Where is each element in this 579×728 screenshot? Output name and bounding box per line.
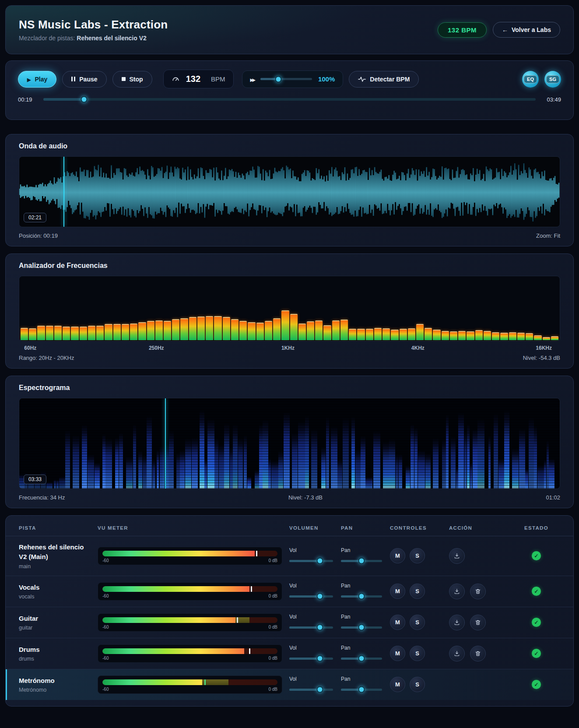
solo-button[interactable]: S	[410, 615, 425, 630]
volume-slider-fill	[289, 658, 320, 660]
pan-slider-thumb[interactable]	[358, 686, 365, 693]
vu-meter: -60 0 dB	[98, 547, 282, 565]
track-controls: M S	[390, 615, 449, 630]
volume-slider[interactable]	[289, 655, 333, 662]
pan-label: Pan	[341, 614, 382, 620]
eq-bar	[307, 321, 314, 340]
volume-slider-track[interactable]	[289, 689, 333, 691]
eq-bar	[298, 324, 306, 340]
pan-slider-track[interactable]	[341, 626, 382, 629]
speed-slider-thumb[interactable]	[275, 76, 282, 82]
pan-slider-track[interactable]	[341, 560, 382, 562]
pan-slider-thumb[interactable]	[358, 558, 365, 564]
trash-button[interactable]	[470, 646, 486, 661]
pan-slider-thumb[interactable]	[358, 624, 365, 631]
spectrogram-playhead[interactable]	[165, 398, 166, 489]
vu-min-label: -60	[102, 656, 109, 661]
detect-bpm-button[interactable]: Detectar BPM	[349, 71, 419, 88]
volume-control: Vol	[289, 583, 341, 600]
pan-slider-thumb[interactable]	[358, 593, 365, 600]
volume-slider-track[interactable]	[289, 560, 333, 562]
eq-bar	[256, 323, 264, 340]
volume-slider-track[interactable]	[289, 626, 333, 629]
eq-bar	[534, 335, 541, 340]
volume-slider-track[interactable]	[289, 595, 333, 598]
pan-slider[interactable]	[341, 593, 382, 600]
volume-slider-thumb[interactable]	[317, 624, 323, 631]
solo-button[interactable]: S	[410, 646, 425, 661]
app-header: NS Music Labs - Extraction Mezclador de …	[5, 5, 574, 54]
spectrogram-plot[interactable]: 03:33	[19, 398, 560, 489]
volume-slider-thumb[interactable]	[317, 686, 323, 693]
mute-button[interactable]: M	[390, 677, 405, 692]
back-to-labs-button[interactable]: Volver a Labs	[493, 22, 560, 38]
eq-bar	[88, 326, 95, 340]
volume-slider-fill	[289, 689, 320, 691]
speed-slider-track[interactable]	[260, 78, 312, 80]
stop-button[interactable]: Stop	[112, 71, 152, 88]
pan-slider-track[interactable]	[341, 658, 382, 660]
check-icon	[532, 649, 541, 658]
download-button[interactable]	[449, 584, 465, 599]
volume-slider[interactable]	[289, 557, 333, 564]
solo-button[interactable]: S	[410, 677, 425, 692]
vu-meter-scale: -60 0 dB	[102, 687, 277, 692]
eq-label: EQ	[524, 75, 537, 83]
solo-button[interactable]: S	[410, 548, 425, 563]
volume-slider[interactable]	[289, 686, 333, 693]
eq-bar	[526, 333, 533, 340]
pan-slider[interactable]	[341, 624, 382, 631]
column-header-pan: PAN	[341, 525, 390, 531]
volume-slider-thumb[interactable]	[317, 558, 323, 564]
pan-slider[interactable]	[341, 686, 382, 693]
volume-slider-thumb[interactable]	[317, 593, 323, 600]
eq-bar	[29, 328, 36, 340]
vu-meter-bar	[102, 586, 277, 592]
eq-bar	[315, 320, 323, 340]
waveform-plot[interactable]: 02:21	[19, 156, 560, 227]
freq-tick-label: 16KHz	[536, 345, 552, 351]
eq-bar	[21, 328, 28, 340]
volume-slider[interactable]	[289, 593, 333, 600]
trash-button[interactable]	[470, 584, 486, 599]
pan-slider-thumb[interactable]	[358, 655, 365, 662]
mute-button[interactable]: M	[390, 548, 405, 563]
eq-bar	[366, 329, 373, 340]
pan-slider-track[interactable]	[341, 689, 382, 691]
mixer-rows: Rehenes del silencio V2 (Main) main -60 …	[6, 536, 573, 700]
pan-slider-track[interactable]	[341, 595, 382, 598]
sg-button[interactable]: SG	[544, 71, 561, 88]
eq-sg-group: EQ SG	[522, 71, 561, 88]
mixer-panel: PISTAVU METERVOLUMENPANCONTROLESACCIÓNES…	[5, 515, 574, 707]
pan-slider[interactable]	[341, 557, 382, 564]
mute-button[interactable]: M	[390, 646, 405, 661]
pan-slider[interactable]	[341, 655, 382, 662]
analyzer-range-label: Rango: 20Hz - 20KHz	[19, 355, 74, 361]
volume-slider-thumb[interactable]	[317, 655, 323, 662]
mute-button[interactable]: M	[390, 584, 405, 599]
seek-slider-track[interactable]	[43, 98, 536, 101]
subtitle-label: Mezclador de pistas:	[19, 35, 75, 42]
eq-bar	[164, 321, 171, 340]
bpm-value: 132	[186, 74, 200, 84]
eq-bar	[400, 329, 407, 340]
waveform-playhead[interactable]	[63, 157, 64, 227]
download-button[interactable]	[449, 646, 465, 661]
download-button[interactable]	[449, 548, 465, 564]
eq-bar	[416, 324, 424, 340]
waveform-zoom-label: Zoom: Fit	[536, 232, 560, 239]
volume-slider[interactable]	[289, 624, 333, 631]
play-button[interactable]: Play	[18, 71, 56, 88]
mute-button[interactable]: M	[390, 615, 405, 630]
eq-button[interactable]: EQ	[522, 71, 539, 88]
pause-button[interactable]: Pause	[62, 71, 106, 88]
track-actions	[449, 584, 512, 599]
volume-slider-track[interactable]	[289, 658, 333, 660]
seek-slider[interactable]	[43, 96, 536, 103]
seek-slider-thumb[interactable]	[81, 96, 88, 103]
pause-label: Pause	[79, 76, 97, 83]
trash-button[interactable]	[470, 615, 486, 630]
download-button[interactable]	[449, 615, 465, 630]
solo-button[interactable]: S	[410, 584, 425, 599]
speed-slider[interactable]	[260, 76, 312, 83]
